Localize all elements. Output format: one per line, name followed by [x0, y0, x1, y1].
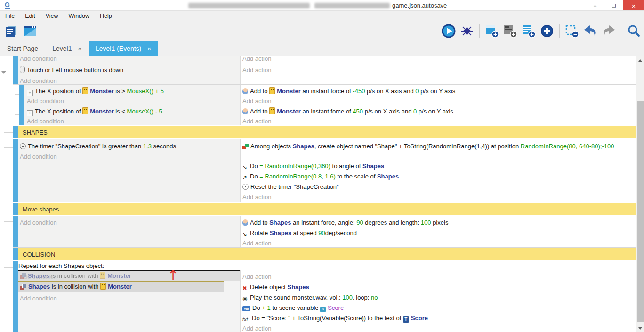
- condition-xpos-gt[interactable]: The X position of Monster is > MouseX() …: [27, 86, 164, 96]
- monster-icon: [82, 107, 88, 114]
- project-manager-icon[interactable]: [4, 24, 19, 39]
- close-button[interactable]: [623, 0, 644, 11]
- scene-editor-icon[interactable]: [23, 24, 38, 39]
- add-action-link[interactable]: Add action: [242, 272, 271, 282]
- monster-icon: [82, 87, 88, 94]
- redacted-title-text: [188, 3, 310, 8]
- action-set-scale[interactable]: Do = RandomInRange(0.8, 1.6) to the scal…: [242, 171, 399, 181]
- redo-icon[interactable]: [601, 24, 616, 39]
- dragged-condition-ghost: Shapes is in collision with Monster: [18, 271, 240, 281]
- tab-level1-events[interactable]: Level1 (Events) ×: [89, 41, 158, 56]
- menu-window[interactable]: Window: [64, 13, 95, 19]
- search-icon[interactable]: [626, 24, 641, 39]
- monster-icon: [100, 272, 105, 279]
- add-condition-link[interactable]: Add condition: [20, 218, 57, 227]
- toolbar: [0, 21, 644, 41]
- action-set-score-text[interactable]: Do = "Score: " + ToString(Variable(Score…: [242, 313, 428, 323]
- close-icon[interactable]: ×: [147, 45, 151, 52]
- position-icon: [27, 110, 33, 116]
- event-selection-bar[interactable]: [13, 216, 18, 247]
- event-row-shape-creation[interactable]: The timer "ShapeCreation" is greater tha…: [13, 139, 636, 202]
- minimize-button[interactable]: [586, 0, 604, 11]
- scrollbar-thumb[interactable]: [637, 101, 644, 322]
- add-action-link[interactable]: Add action: [242, 324, 271, 332]
- event-selection-bar[interactable]: [13, 203, 18, 215]
- close-icon[interactable]: ×: [78, 45, 81, 52]
- comment-shapes[interactable]: SHAPES: [13, 126, 636, 138]
- scroll-down-icon[interactable]: [638, 327, 642, 330]
- action-force-neg450[interactable]: Add to Monster an instant force of -450 …: [242, 86, 455, 96]
- comment-collision[interactable]: COLLISION: [13, 248, 636, 260]
- var-icon: [242, 306, 250, 311]
- event-row-move-shapes[interactable]: Add condition Add to Shapes an instant f…: [13, 216, 636, 247]
- comment-text[interactable]: COLLISION: [18, 248, 636, 260]
- mouse-icon: [20, 66, 25, 73]
- tree-line: [4, 267, 13, 268]
- debug-icon[interactable]: [459, 24, 475, 39]
- comment-move-shapes[interactable]: Move shapes: [13, 203, 636, 215]
- event-selection-bar[interactable]: [13, 56, 18, 63]
- vertical-scrollbar[interactable]: [636, 56, 644, 332]
- action-reset-timer[interactable]: Reset the timer "ShapeCreation": [242, 182, 339, 192]
- action-force-shapes[interactable]: Add to Shapes an instant force, angle: 9…: [242, 218, 448, 227]
- action-play-sound[interactable]: Play the sound monster.wav, vol.: 100, l…: [242, 292, 378, 302]
- tree-line: [4, 209, 13, 209]
- menu-help[interactable]: Help: [95, 13, 117, 19]
- toolbar-separator: [621, 24, 621, 38]
- add-condition-link[interactable]: Add condition: [20, 54, 57, 64]
- delete-icon: [242, 283, 248, 289]
- add-circle-icon[interactable]: [539, 24, 555, 39]
- sound-icon: [242, 293, 248, 300]
- event-selection-bar[interactable]: [13, 261, 18, 332]
- undo-icon[interactable]: [583, 24, 598, 39]
- comment-text[interactable]: SHAPES: [18, 126, 636, 138]
- tab-bar: Start Page Level1 × Level1 (Events) ×: [0, 41, 644, 56]
- add-action-link[interactable]: Add action: [242, 192, 271, 202]
- subevent-row-xpos-lt[interactable]: The X position of Monster is < MouseX() …: [13, 105, 636, 125]
- collapse-arrow-icon[interactable]: [1, 71, 6, 74]
- action-delete-shapes[interactable]: Delete object Shapes: [242, 282, 309, 292]
- condition-collision-selected[interactable]: Shapes is in collision with Monster: [18, 281, 224, 292]
- action-set-angle[interactable]: Do = RandomInRange(0,360) to angle of Sh…: [242, 161, 384, 171]
- force-icon: [242, 108, 248, 114]
- menu-view[interactable]: View: [40, 13, 64, 19]
- add-action-link[interactable]: Add action: [242, 238, 271, 248]
- comment-text[interactable]: Move shapes: [18, 203, 636, 215]
- event-selection-bar[interactable]: [13, 126, 18, 138]
- condition-touch-mouse[interactable]: Touch or Left mouse button is down: [20, 65, 123, 75]
- add-condition-link[interactable]: Add condition: [20, 293, 57, 303]
- remove-selection-icon[interactable]: [564, 24, 580, 39]
- event-selection-bar[interactable]: [13, 63, 18, 84]
- action-increment-score[interactable]: Do + 1 to scene variable Score: [242, 303, 344, 313]
- add-event-icon[interactable]: [484, 24, 499, 39]
- action-rotate-shapes[interactable]: Rotate Shapes at speed 90deg/second: [242, 228, 357, 238]
- add-action-link[interactable]: Add action: [242, 65, 271, 75]
- action-force-450[interactable]: Add to Monster an instant force of 450 p…: [242, 106, 453, 116]
- event-row-foreach-collision[interactable]: Repeat for each Shapes object: Add condi…: [13, 261, 636, 332]
- condition-xpos-lt[interactable]: The X position of Monster is < MouseX() …: [27, 106, 162, 116]
- action-create-object[interactable]: Among objects Shapes, create object name…: [242, 141, 633, 151]
- run-preview-icon[interactable]: [441, 24, 456, 39]
- add-subevent-icon[interactable]: [503, 24, 518, 39]
- scroll-up-icon[interactable]: [638, 59, 642, 62]
- add-comment-icon[interactable]: [521, 24, 536, 39]
- menu-edit[interactable]: Edit: [20, 13, 40, 19]
- restore-button[interactable]: [604, 0, 623, 11]
- event-selection-bar[interactable]: [19, 105, 24, 125]
- foreach-header[interactable]: Repeat for each Shapes object:: [18, 261, 104, 271]
- add-action-link[interactable]: Add action: [242, 54, 271, 64]
- monster-icon: [100, 283, 106, 290]
- add-condition-link[interactable]: Add condition: [20, 152, 57, 162]
- event-row-partial[interactable]: Add condition Add action: [13, 56, 636, 63]
- shapes-icon: [20, 273, 26, 279]
- condition-timer[interactable]: The timer "ShapeCreation" is greater tha…: [20, 141, 176, 151]
- gdevelop-logo-icon: G: [5, 1, 10, 9]
- event-selection-bar[interactable]: [13, 248, 18, 260]
- subevent-row-xpos-gt[interactable]: The X position of Monster is > MouseX() …: [13, 85, 636, 105]
- tree-line: [4, 132, 13, 133]
- event-row-touch[interactable]: Touch or Left mouse button is down Add c…: [13, 63, 636, 84]
- menu-file[interactable]: File: [0, 13, 20, 19]
- event-selection-bar[interactable]: [13, 139, 18, 202]
- window-title: game.json.autosave: [392, 2, 447, 9]
- event-selection-bar[interactable]: [19, 85, 24, 105]
